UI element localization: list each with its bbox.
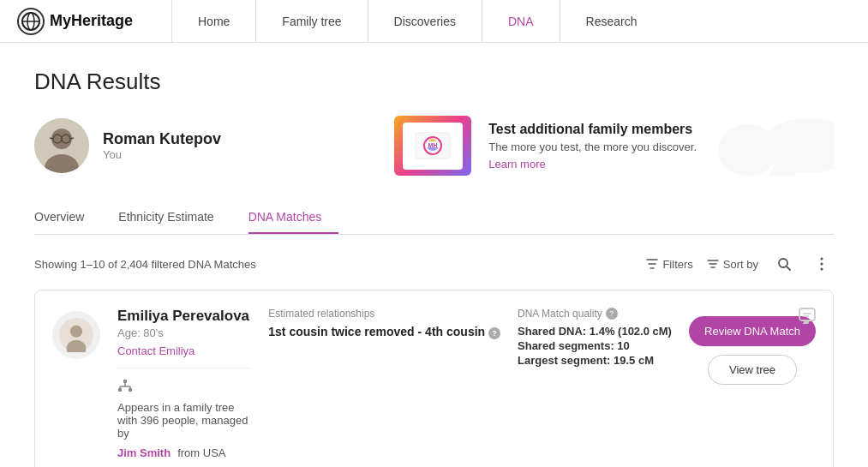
tab-overview[interactable]: Overview bbox=[34, 201, 101, 234]
page-content: DNA Results Roman Kutepov bbox=[0, 43, 868, 467]
family-tree-row: Appears in a family tree with 396 people… bbox=[117, 368, 251, 459]
dna-kit-image: MH bbox=[394, 116, 471, 176]
sort-button[interactable]: Sort by bbox=[707, 258, 758, 271]
svg-line-20 bbox=[787, 266, 790, 270]
search-icon bbox=[777, 257, 791, 271]
nav-discoveries[interactable]: Discoveries bbox=[368, 0, 482, 42]
shared-segments-row: Shared segments: 10 bbox=[518, 339, 672, 352]
match-name: Emiliya Perevalova bbox=[117, 308, 251, 325]
estimated-rel-value: 1st cousin twice removed - 4th cousin ? bbox=[268, 325, 500, 339]
search-button[interactable] bbox=[772, 252, 796, 276]
match-details: Emiliya Perevalova Age: 80's Contact Emi… bbox=[117, 308, 251, 467]
promo-section: MH Test additional family members The mo… bbox=[394, 116, 834, 176]
world-map bbox=[714, 116, 834, 176]
family-tree-icon bbox=[117, 379, 133, 394]
svg-point-21 bbox=[821, 258, 823, 260]
shared-dna-row: Shared DNA: 1.4% (102.0 cM) bbox=[518, 325, 672, 338]
svg-rect-30 bbox=[123, 380, 127, 383]
tab-dna-matches[interactable]: DNA Matches bbox=[248, 201, 339, 234]
kit-box: MH bbox=[403, 123, 463, 170]
largest-segment-row: Largest segment: 19.5 cM bbox=[518, 354, 672, 367]
match-quality: DNA Match quality ? Shared DNA: 1.4% (10… bbox=[518, 308, 672, 467]
svg-line-10 bbox=[70, 138, 74, 139]
match-avatar bbox=[52, 311, 100, 359]
dna-quality-label: DNA Match quality ? bbox=[518, 308, 672, 320]
results-count: Showing 1–10 of 2,404 filtered DNA Match… bbox=[34, 258, 256, 271]
filter-button[interactable]: Filters bbox=[646, 258, 692, 271]
profile-name: Roman Kutepov bbox=[103, 130, 221, 148]
match-relationship: Estimated relationships 1st cousin twice… bbox=[268, 308, 500, 467]
view-tree-button[interactable]: View tree bbox=[708, 355, 797, 385]
profile-section: Roman Kutepov You bbox=[34, 118, 221, 173]
family-tree-location: from USA bbox=[177, 446, 225, 459]
svg-point-23 bbox=[821, 268, 823, 271]
page-title: DNA Results bbox=[34, 69, 834, 95]
nav-research[interactable]: Research bbox=[560, 0, 663, 42]
svg-rect-31 bbox=[118, 388, 122, 392]
profile-sub: You bbox=[103, 148, 221, 161]
help-icon[interactable]: ? bbox=[488, 327, 500, 339]
tab-ethnicity[interactable]: Ethnicity Estimate bbox=[118, 201, 230, 234]
match-card: Emiliya Perevalova Age: 80's Contact Emi… bbox=[34, 290, 834, 467]
svg-rect-24 bbox=[799, 308, 815, 320]
filter-label: Filters bbox=[662, 258, 692, 271]
nav-items: Home Family tree Discoveries DNA Researc… bbox=[171, 0, 868, 42]
sort-label: Sort by bbox=[723, 258, 758, 271]
nav-dna[interactable]: DNA bbox=[482, 0, 560, 42]
message-icon[interactable] bbox=[795, 304, 819, 328]
more-options-button[interactable] bbox=[810, 252, 834, 276]
avatar bbox=[34, 118, 89, 173]
results-bar: Showing 1–10 of 2,404 filtered DNA Match… bbox=[34, 252, 834, 276]
family-tree-manager[interactable]: Jim Smith bbox=[117, 446, 171, 459]
estimated-rel-label: Estimated relationships bbox=[268, 308, 500, 320]
promo-learn-more[interactable]: Learn more bbox=[488, 158, 545, 171]
sort-icon bbox=[707, 258, 719, 270]
promo-body: The more you test, the more you discover… bbox=[488, 141, 697, 153]
svg-text:MH: MH bbox=[428, 142, 438, 148]
logo-icon bbox=[17, 8, 45, 35]
logo[interactable]: MyHeritage bbox=[0, 8, 171, 35]
dna-quality-help-icon[interactable]: ? bbox=[606, 308, 618, 320]
svg-rect-32 bbox=[129, 388, 132, 392]
results-actions: Filters Sort by bbox=[646, 252, 834, 276]
contact-link[interactable]: Contact Emiliya bbox=[117, 344, 251, 357]
more-icon bbox=[820, 257, 823, 271]
match-age: Age: 80's bbox=[117, 326, 251, 339]
logo-text: MyHeritage bbox=[50, 12, 133, 30]
profile-banner: Roman Kutepov You MH Test addition bbox=[34, 116, 834, 176]
match-actions: Review DNA Match View tree bbox=[689, 308, 816, 467]
tabs: Overview Ethnicity Estimate DNA Matches bbox=[34, 201, 834, 235]
profile-info: Roman Kutepov You bbox=[103, 130, 221, 161]
promo-heading: Test additional family members bbox=[488, 122, 697, 137]
svg-point-28 bbox=[70, 326, 82, 338]
svg-point-22 bbox=[821, 263, 823, 266]
nav-family-tree[interactable]: Family tree bbox=[255, 0, 367, 42]
filter-icon bbox=[646, 258, 658, 270]
svg-line-8 bbox=[50, 138, 53, 139]
promo-text: Test additional family members The more … bbox=[488, 122, 697, 171]
nav-home[interactable]: Home bbox=[171, 0, 255, 42]
family-tree-text: Appears in a family tree with 396 people… bbox=[117, 401, 251, 440]
navigation: MyHeritage Home Family tree Discoveries … bbox=[0, 0, 868, 43]
